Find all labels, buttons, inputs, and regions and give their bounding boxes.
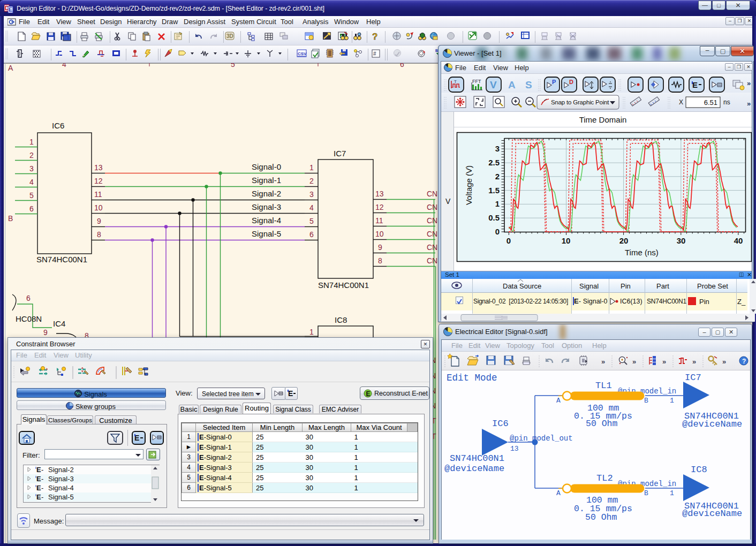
svg-text:SN74HC00N1: SN74HC00N1 [318,280,369,290]
svg-text:@deviceName: @deviceName [682,419,742,429]
svg-text:13: 13 [375,189,384,198]
svg-text:5: 5 [231,63,235,69]
svg-text:Signal-3: Signal-3 [252,202,281,211]
svg-text:40: 40 [734,236,743,245]
svg-text:»: » [722,358,726,366]
svg-text:E: E [9,6,12,13]
svg-text:20: 20 [619,236,629,245]
svg-text:V: V [445,197,451,206]
svg-text:2: 2 [29,151,34,160]
svg-text:0: 0 [495,227,500,236]
svg-text:E: E [288,389,293,398]
svg-text:IC6: IC6 [52,121,64,130]
svg-text:E: E [36,475,41,483]
svg-text:Signal-0: Signal-0 [252,162,281,171]
svg-text:9: 9 [97,217,101,225]
svg-text:E: E [36,484,41,492]
svg-text:6: 6 [26,294,31,302]
svg-text:SN74HC00N1: SN74HC00N1 [450,453,504,464]
svg-text:IC6: IC6 [492,419,509,429]
svg-text:P: P [552,79,556,85]
svg-text:10: 10 [375,230,384,238]
svg-text:1: 1 [670,397,674,405]
svg-text:3D: 3D [226,33,233,39]
svg-text:1: 1 [670,489,674,497]
svg-text:T: T [454,79,457,84]
svg-text:A: A [556,489,561,497]
svg-text:13: 13 [94,163,103,172]
svg-text:50 Ohm: 50 Ohm [586,419,618,429]
svg-text:8: 8 [378,256,382,265]
svg-text:IC4: IC4 [53,319,65,328]
svg-text:11: 11 [94,190,102,199]
svg-text:6: 6 [400,63,404,69]
svg-text:12: 12 [94,177,103,185]
svg-text:2.5: 2.5 [488,158,500,167]
svg-text:V: V [490,79,497,90]
svg-text:6: 6 [29,204,34,213]
svg-text:-: - [41,466,43,474]
svg-text:Signal-2: Signal-2 [252,189,281,198]
svg-text:3: 3 [495,144,500,153]
svg-text:»: » [632,358,636,366]
svg-text:5: 5 [29,191,34,200]
svg-text:CN: CN [427,203,437,211]
svg-text:CSV: CSV [298,51,307,56]
svg-text:1: 1 [309,328,314,336]
svg-text:IC7: IC7 [334,149,346,158]
svg-text:9: 9 [378,243,382,252]
svg-text:10: 10 [94,203,103,212]
svg-text:9: 9 [43,328,48,337]
svg-text:-: - [41,493,43,501]
svg-text:@deviceName: @deviceName [444,464,504,474]
svg-text:Voltage (V): Voltage (V) [464,165,473,205]
svg-text:1.5: 1.5 [488,186,500,195]
svg-text:CN: CN [427,230,437,238]
svg-text:»: » [747,100,751,108]
svg-text:HC08N: HC08N [16,314,42,323]
svg-text:B: B [644,489,648,497]
svg-text:IC8: IC8 [691,465,707,475]
svg-text:10: 10 [562,236,571,245]
svg-text:1: 1 [495,199,500,208]
svg-text:?: ? [742,358,746,365]
svg-text:4: 4 [62,63,66,69]
svg-text:2: 2 [495,172,500,181]
svg-text:B: B [644,397,648,405]
svg-text:»: » [747,79,751,87]
svg-text:Snap to Graphic Point: Snap to Graphic Point [551,99,609,105]
svg-text:Signal-3: Signal-3 [48,475,74,483]
svg-text:30: 30 [677,236,686,245]
svg-text:4: 4 [309,203,314,212]
svg-text:3: 3 [309,190,314,199]
svg-text:Time Domain: Time Domain [579,115,627,124]
svg-text:50 Ohm: 50 Ohm [585,512,617,522]
svg-text:Time (ns): Time (ns) [625,248,659,257]
svg-text:CN: CN [427,216,437,225]
svg-text:A: A [508,79,516,90]
svg-text:@pin_model_out: @pin_model_out [510,434,573,443]
svg-text:2: 2 [309,177,314,185]
svg-text:11: 11 [375,216,383,225]
svg-text:E: E [366,390,371,398]
svg-text:0.5: 0.5 [488,213,500,222]
svg-text:Signal-1: Signal-1 [252,176,281,185]
svg-text:E: E [36,493,41,501]
svg-text:12: 12 [375,203,384,211]
svg-text:Signal-5: Signal-5 [252,229,281,238]
svg-text:CN: CN [427,243,437,252]
svg-text:IC7: IC7 [685,373,701,383]
svg-text:S: S [525,79,532,90]
svg-text:Signal-2: Signal-2 [48,466,74,474]
svg-text:6: 6 [309,230,314,239]
svg-text:Signal-5: Signal-5 [48,493,74,501]
svg-text:FFT: FFT [472,79,481,84]
svg-text:D: D [569,79,573,85]
svg-text:3: 3 [29,164,34,173]
svg-text:Signal-4: Signal-4 [48,484,74,492]
svg-text:E: E [692,80,698,89]
svg-text:E: E [36,502,41,504]
svg-text:1: 1 [29,138,34,146]
svg-text:Signal-4: Signal-4 [252,216,281,225]
svg-text:ns: ns [723,98,730,106]
